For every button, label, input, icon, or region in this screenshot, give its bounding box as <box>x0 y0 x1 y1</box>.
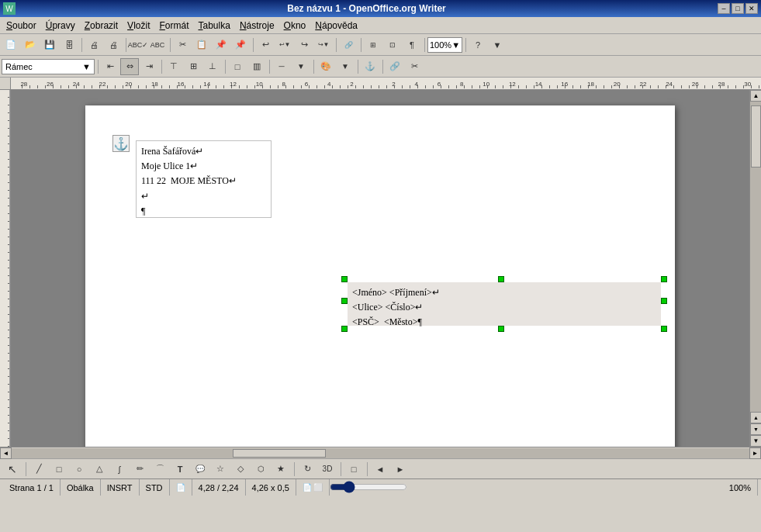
redo-button[interactable]: ↪ <box>295 36 313 54</box>
stars-tool[interactable]: ★ <box>272 461 290 478</box>
align-bottom-button[interactable]: ⊥ <box>203 58 222 75</box>
status-insert[interactable]: INSRT <box>101 479 140 496</box>
cut-button[interactable]: ✂ <box>173 36 192 54</box>
select-tool[interactable]: ↖ <box>3 461 22 478</box>
hscroll-left-button[interactable]: ◄ <box>0 447 12 459</box>
scroll-thumb[interactable] <box>751 105 761 168</box>
undo-list-button[interactable]: ↩▼ <box>275 36 294 54</box>
nav-left-tool[interactable]: ◄ <box>371 461 389 478</box>
align-right-button[interactable]: ⇥ <box>140 58 158 75</box>
print-button[interactable]: 🖨 <box>104 36 123 54</box>
spellcheck-button[interactable]: ABC✓ <box>129 36 147 54</box>
menu-zobrazit[interactable]: Zobrazit <box>80 19 123 33</box>
open-button[interactable]: 📂 <box>21 36 40 54</box>
scroll-small-up[interactable]: ▲ <box>750 412 761 423</box>
status-bar: Strana 1 / 1 Obálka INSRT STD 📄 4,28 / 2… <box>0 478 761 496</box>
scroll-down-button[interactable]: ▼ <box>750 435 761 447</box>
show-formatting-button[interactable]: ¶ <box>403 36 421 54</box>
status-zoom-level[interactable]: 100% <box>723 479 758 496</box>
extrude-tool[interactable]: 3D <box>318 461 337 478</box>
menu-soubor[interactable]: Soubor <box>2 19 41 33</box>
minimize-button[interactable]: – <box>718 3 730 14</box>
paste-button[interactable]: 📌 <box>212 36 230 54</box>
callout-tool[interactable]: 💬 <box>191 461 209 478</box>
polygon-tool[interactable]: △ <box>90 461 109 478</box>
handle-middle-right[interactable] <box>661 298 667 304</box>
new-button[interactable]: 📄 <box>2 36 20 54</box>
rect-tool[interactable]: □ <box>50 461 68 478</box>
align-left-button[interactable]: ⇤ <box>101 58 119 75</box>
save-as-button[interactable]: 🗄 <box>60 36 78 54</box>
symbols-tool[interactable]: ☆ <box>211 461 230 478</box>
spellcheck2-button[interactable]: ABC <box>148 36 167 54</box>
freehand-tool[interactable]: ✏ <box>130 461 149 478</box>
menu-okno[interactable]: Okno <box>279 19 311 33</box>
save-button[interactable]: 💾 <box>40 36 59 54</box>
unlink-button[interactable]: ✂ <box>405 58 424 75</box>
area-color-button[interactable]: 🎨 <box>317 58 335 75</box>
shadow-tool[interactable]: □ <box>344 461 363 478</box>
handle-bottom-left[interactable] <box>341 326 348 332</box>
nav-right-tool[interactable]: ► <box>391 461 410 478</box>
insert-mode: INSRT <box>107 483 133 492</box>
undo-button[interactable]: ↩ <box>256 36 275 54</box>
handle-bottom-right[interactable] <box>661 326 667 332</box>
flowchart-tool[interactable]: ◇ <box>231 461 250 478</box>
menu-nastroje[interactable]: Nástroje <box>235 19 279 33</box>
curve-tool[interactable]: ∫ <box>110 461 129 478</box>
align-top-button[interactable]: ⊤ <box>164 58 183 75</box>
menu-vlozit[interactable]: Vložit <box>123 19 154 33</box>
border2-button[interactable]: ▥ <box>247 58 266 75</box>
sep8 <box>463 36 468 54</box>
zoom-select[interactable]: 100% ▼ <box>427 37 462 53</box>
status-selection[interactable]: STD <box>140 479 170 496</box>
paste-special-button[interactable]: 📌 <box>231 36 250 54</box>
zoom-mode-icon1[interactable]: 📄 <box>303 483 312 492</box>
callout2-tool[interactable]: ⬡ <box>251 461 270 478</box>
anchor-button[interactable]: ⚓ <box>361 58 379 75</box>
rotate-tool[interactable]: ↻ <box>298 461 317 478</box>
menu-napoveda[interactable]: Nápověda <box>310 19 362 33</box>
line-tool[interactable]: ╱ <box>29 461 48 478</box>
line-color-button[interactable]: ▼ <box>292 58 310 75</box>
border-button[interactable]: □ <box>228 58 247 75</box>
menu-format[interactable]: Formát <box>154 19 193 33</box>
handle-top-middle[interactable] <box>498 276 504 282</box>
line-style-button[interactable]: ─ <box>272 58 291 75</box>
scroll-up-button[interactable]: ▲ <box>750 90 761 102</box>
recipient-frame[interactable]: <Jméno> <Příjmení>↵ <Ulice> <Číslo>↵ <PS… <box>348 282 661 326</box>
scroll-small-down[interactable]: ▼ <box>750 423 761 435</box>
redo-list-button[interactable]: ↪▼ <box>314 36 333 54</box>
canvas-area[interactable]: ⚓ Irena Šafářová↵ Moje Ulice 1↵ 111 22 M… <box>11 90 749 447</box>
maximize-button[interactable]: □ <box>732 3 744 14</box>
hyperlink-button[interactable]: 🔗 <box>339 36 358 54</box>
menu-upravy[interactable]: Úpravy <box>41 19 80 33</box>
help-button[interactable]: ? <box>469 36 487 54</box>
handle-top-left[interactable] <box>341 276 348 282</box>
text-tool[interactable]: T <box>171 461 189 478</box>
ellipse-tool[interactable]: ○ <box>70 461 88 478</box>
close-button[interactable]: ✕ <box>745 3 758 14</box>
menu-tabulka[interactable]: Tabulka <box>194 19 235 33</box>
align-center-button[interactable]: ⇔ <box>120 58 139 75</box>
align-vcenter-button[interactable]: ⊞ <box>184 58 202 75</box>
link-button[interactable]: 🔗 <box>386 58 404 75</box>
zoom-mode-icon2[interactable]: ⬜ <box>313 483 323 492</box>
arc-tool[interactable]: ⌒ <box>150 461 169 478</box>
hscroll-thumb[interactable] <box>233 449 326 458</box>
area-color2-button[interactable]: ▼ <box>336 58 355 75</box>
copy-button[interactable]: 📋 <box>192 36 211 54</box>
help2-button[interactable]: ▼ <box>488 36 507 54</box>
print-preview-button[interactable]: 🖨 <box>85 36 103 54</box>
frame-style-combo[interactable]: Rámec ▼ <box>2 59 95 74</box>
zoom-slider[interactable] <box>330 482 407 492</box>
table-button[interactable]: ⊞ <box>364 36 382 54</box>
scroll-track[interactable] <box>750 102 761 412</box>
hscroll-track[interactable] <box>12 448 749 458</box>
sender-frame[interactable]: Irena Šafářová↵ Moje Ulice 1↵ 111 22 MOJ… <box>136 140 272 218</box>
handle-top-right[interactable] <box>661 276 667 282</box>
hscroll-right-button[interactable]: ► <box>749 447 761 459</box>
table2-button[interactable]: ⊡ <box>383 36 402 54</box>
handle-middle-left[interactable] <box>341 298 348 304</box>
recipient-frame-container[interactable]: <Jméno> <Příjmení>↵ <Ulice> <Číslo>↵ <PS… <box>341 276 667 332</box>
